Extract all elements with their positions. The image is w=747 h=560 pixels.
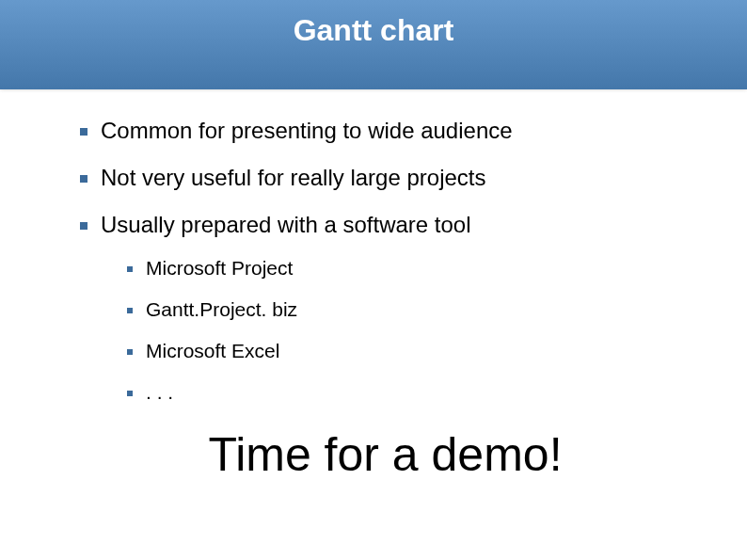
bullet-item: Usually prepared with a software tool Mi…: [80, 212, 691, 404]
bullet-text: Usually prepared with a software tool: [101, 212, 471, 237]
sub-bullet-list: Microsoft Project Gantt.Project. biz Mic…: [127, 257, 691, 404]
bullet-item: Not very useful for really large project…: [80, 165, 691, 191]
sub-bullet-text: Microsoft Project: [146, 257, 293, 279]
sub-bullet-text: . . .: [146, 381, 173, 403]
bullet-text: Common for presenting to wide audience: [101, 118, 513, 143]
bullet-text: Not very useful for really large project…: [101, 165, 486, 190]
sub-bullet-item: Microsoft Excel: [127, 340, 691, 362]
sub-bullet-item: Microsoft Project: [127, 257, 691, 280]
callout-text: Time for a demo!: [80, 427, 691, 482]
sub-bullet-text: Microsoft Excel: [146, 340, 279, 361]
bullet-list: Common for presenting to wide audience N…: [80, 118, 691, 404]
sub-bullet-text: Gantt.Project. biz: [146, 298, 297, 320]
slide: Gantt chart Common for presenting to wid…: [0, 0, 747, 560]
slide-content: Common for presenting to wide audience N…: [0, 89, 747, 482]
sub-bullet-item: . . .: [127, 381, 691, 404]
sub-bullet-item: Gantt.Project. biz: [127, 298, 691, 321]
title-band: Gantt chart: [0, 0, 747, 89]
slide-title: Gantt chart: [294, 13, 454, 48]
bullet-item: Common for presenting to wide audience: [80, 118, 691, 144]
